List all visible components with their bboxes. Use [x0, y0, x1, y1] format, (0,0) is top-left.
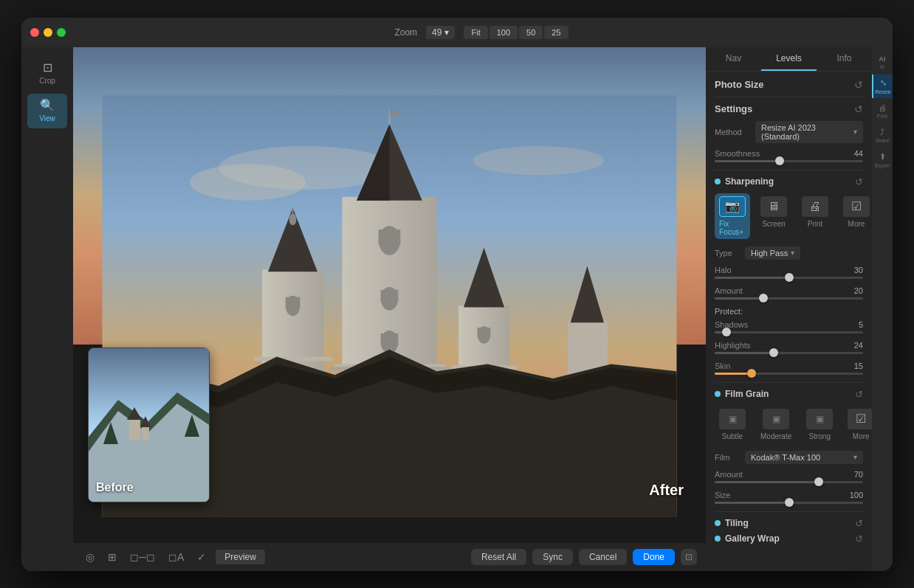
- split-button[interactable]: ◻─◻: [126, 549, 159, 565]
- divider-1: [715, 97, 863, 97]
- print-tab[interactable]: 🖨 Print: [872, 100, 893, 122]
- photo-size-header: Photo Size ↺: [715, 79, 863, 91]
- main-layout: ⊡ Crop 🔍 View: [21, 47, 893, 571]
- ai-tab[interactable]: AI AI: [872, 52, 893, 73]
- reset-all-button[interactable]: Reset All: [471, 549, 526, 565]
- method-value: Resize AI 2023 (Standard): [761, 123, 851, 141]
- svg-rect-17: [286, 297, 300, 308]
- tab-nav[interactable]: Nav: [706, 47, 761, 71]
- film-amount-row: Amount 70: [715, 470, 863, 483]
- moderate-icon: ▣: [763, 409, 789, 429]
- photo-size-reset[interactable]: ↺: [854, 79, 863, 91]
- resize-icon: ⤡: [880, 78, 887, 88]
- view-tool[interactable]: 🔍 View: [27, 94, 67, 128]
- type-label: Type: [715, 249, 741, 257]
- method-selector[interactable]: Resize AI 2023 (Standard) ▾: [755, 121, 863, 143]
- zoom-selector[interactable]: 49 ▾: [426, 26, 455, 39]
- amount-slider[interactable]: [715, 297, 863, 300]
- after-label: After: [649, 482, 684, 499]
- zoom-25-button[interactable]: 25: [544, 26, 568, 39]
- amount-label: Amount: [715, 286, 743, 295]
- zoom-100-button[interactable]: 100: [489, 26, 518, 39]
- film-size-row: Size 100: [715, 491, 863, 504]
- more-grain-mode[interactable]: ☑ More: [843, 406, 872, 443]
- screen-label: Screen: [762, 220, 786, 228]
- settings-reset[interactable]: ↺: [854, 103, 863, 115]
- subtle-mode[interactable]: ▣ Subtle: [715, 406, 750, 443]
- export-tab[interactable]: ⬆ Export: [872, 148, 893, 172]
- film-selector[interactable]: Kodak® T-Max 100 ▾: [745, 451, 863, 464]
- shadows-value: 5: [859, 320, 863, 329]
- crop-tool[interactable]: ⊡ Crop: [27, 56, 67, 91]
- fit-button[interactable]: Fit: [464, 26, 487, 39]
- fix-focus-mode[interactable]: 📷 Fix Focus+: [715, 193, 750, 239]
- highlights-slider[interactable]: [715, 352, 863, 354]
- type-selector[interactable]: High Pass ▾: [745, 246, 800, 260]
- gallery-wrap-reset[interactable]: ↺: [855, 533, 863, 544]
- done-button[interactable]: Done: [633, 549, 675, 565]
- minimize-button[interactable]: [44, 28, 52, 37]
- skin-slider[interactable]: [715, 373, 863, 375]
- strong-mode[interactable]: ▣ Strong: [802, 406, 837, 443]
- resize-label: Resize: [875, 89, 890, 94]
- strong-label: Strong: [809, 432, 831, 440]
- preview-button[interactable]: Preview: [216, 550, 265, 564]
- method-label: Method: [715, 128, 755, 136]
- title-bar-center: Zoom 49 ▾ Fit 100 50 25: [79, 26, 884, 39]
- ai-label: AI: [880, 64, 885, 69]
- share-tab[interactable]: ⤴ Share: [872, 124, 893, 147]
- film-grain-reset[interactable]: ↺: [855, 389, 863, 400]
- amount-row: Amount 20: [715, 286, 863, 300]
- tab-info[interactable]: Info: [817, 47, 872, 71]
- before-thumbnail: Before: [88, 347, 210, 502]
- shadows-slider[interactable]: [715, 331, 863, 333]
- history-button[interactable]: ◎: [82, 549, 98, 565]
- sharpening-header: Sharpening ↺: [715, 176, 863, 187]
- smoothness-slider[interactable]: [715, 160, 863, 162]
- grid-button[interactable]: ⊞: [104, 549, 120, 565]
- sharpening-title: Sharpening: [725, 176, 851, 187]
- settings-title: Settings: [715, 103, 752, 114]
- cancel-button[interactable]: Cancel: [579, 549, 627, 565]
- highlights-label-row: Highlights 24: [715, 341, 863, 350]
- sync-button[interactable]: Sync: [532, 549, 573, 565]
- tab-levels[interactable]: Levels: [761, 47, 817, 71]
- method-row: Method Resize AI 2023 (Standard) ▾: [715, 121, 863, 143]
- moderate-mode[interactable]: ▣ Moderate: [756, 406, 796, 443]
- close-button[interactable]: [30, 28, 39, 37]
- film-amount-label-row: Amount 70: [715, 470, 863, 479]
- sharpening-dot: [715, 179, 721, 184]
- maximize-button[interactable]: [57, 28, 66, 37]
- print-label-side: Print: [877, 114, 887, 119]
- print-mode[interactable]: 🖨 Print: [797, 193, 833, 239]
- film-value: Kodak® T-Max 100: [751, 453, 851, 462]
- film-grain-header: Film Grain ↺: [715, 389, 863, 400]
- shadows-row: Shadows 5: [715, 320, 863, 333]
- tiling-row[interactable]: Tiling ↺: [715, 518, 863, 529]
- skin-label-row: Skin 15: [715, 362, 863, 370]
- screen-mode[interactable]: 🖥 Screen: [756, 193, 791, 239]
- film-grain-modes: ▣ Subtle ▣ Moderate ▣ Strong ☑: [715, 406, 863, 443]
- title-bar: Zoom 49 ▾ Fit 100 50 25: [21, 18, 893, 47]
- more-sharpening-mode[interactable]: ☑ More: [839, 193, 872, 239]
- svg-point-3: [473, 146, 604, 175]
- resize-tab[interactable]: ⤡ Resize: [872, 75, 893, 98]
- text-button[interactable]: ◻A: [165, 549, 188, 565]
- amount-label-row: Amount 20: [715, 286, 863, 295]
- film-label: Film: [715, 453, 741, 462]
- expand-button[interactable]: ⊡: [681, 549, 697, 565]
- type-row: Type High Pass ▾: [715, 246, 863, 260]
- sharpening-reset[interactable]: ↺: [855, 176, 863, 187]
- film-size-slider[interactable]: [715, 502, 863, 504]
- zoom-chevron: ▾: [444, 27, 449, 38]
- zoom-50-button[interactable]: 50: [519, 26, 543, 39]
- film-amount-slider[interactable]: [715, 481, 863, 483]
- check-button[interactable]: ✓: [193, 549, 210, 565]
- svg-point-30: [289, 214, 297, 226]
- print-label: Print: [808, 220, 823, 228]
- canvas-area[interactable]: Before After: [73, 47, 706, 543]
- tiling-reset[interactable]: ↺: [855, 518, 863, 529]
- halo-slider[interactable]: [715, 277, 863, 279]
- gallery-wrap-row[interactable]: Gallery Wrap ↺: [715, 533, 863, 544]
- type-chevron-icon: ▾: [791, 249, 794, 257]
